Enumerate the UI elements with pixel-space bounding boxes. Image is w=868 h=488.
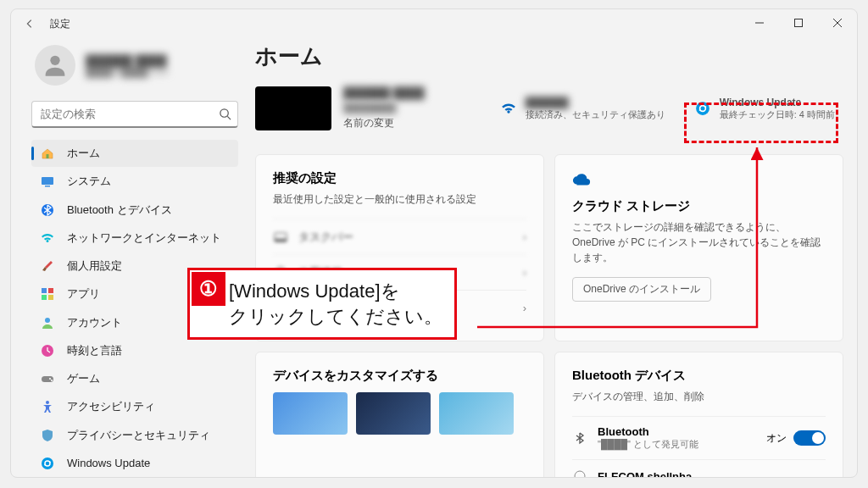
recommended-header: 推奨の設定 — [273, 170, 526, 186]
minimize-button[interactable] — [740, 9, 779, 36]
sidebar-item-privacy[interactable]: プライバシーとセキュリティ — [31, 422, 238, 449]
sidebar-item-accessibility[interactable]: アクセシビリティ — [31, 393, 238, 420]
apps-icon — [40, 286, 55, 302]
device-icon — [572, 469, 587, 477]
theme-thumb[interactable] — [356, 392, 431, 435]
sidebar-item-home[interactable]: ホーム — [31, 140, 238, 167]
device-name: ██████ ████ — [343, 86, 425, 99]
windows-update-tile[interactable]: Windows Update 最終チェック日時: 4 時間前 — [686, 86, 843, 130]
sidebar-item-label: ゲーム — [67, 371, 100, 386]
profile-email: ████@████.com — [86, 67, 168, 77]
search-box — [31, 101, 238, 128]
toggle-switch[interactable] — [793, 430, 826, 446]
sidebar-item-system[interactable]: システム — [31, 168, 238, 195]
rename-link[interactable]: 名前の変更 — [343, 116, 425, 130]
svg-point-11 — [45, 318, 50, 323]
sidebar-item-label: 個人用設定 — [67, 258, 122, 274]
svg-point-15 — [51, 380, 53, 381]
update-icon — [40, 456, 55, 471]
sidebar-item-label: Windows Update — [67, 457, 150, 469]
maximize-button[interactable] — [779, 9, 818, 36]
sidebar-item-label: アクセシビリティ — [67, 399, 155, 414]
svg-rect-7 — [42, 288, 47, 293]
page-title: ホーム — [255, 42, 843, 71]
profile-name: ██████ ████ — [86, 54, 168, 67]
bluetooth-header: Bluetooth デバイス — [572, 368, 826, 384]
setting-row-taskbar[interactable]: タスクバー › — [273, 219, 526, 254]
maximize-icon — [794, 19, 803, 27]
sidebar-item-bluetooth[interactable]: Bluetooth とデバイス — [31, 197, 238, 224]
sidebar-item-label: アプリ — [67, 286, 100, 302]
header-row: ██████ ████ ████████ 名前の変更 ██████ 接続済み、セ… — [255, 86, 843, 130]
sidebar-item-network[interactable]: ネットワークとインターネット — [31, 225, 238, 252]
sidebar-item-label: プライバシーとセキュリティ — [67, 428, 210, 443]
svg-rect-4 — [42, 177, 53, 185]
svg-rect-9 — [42, 295, 47, 300]
chevron-right-icon: › — [523, 230, 526, 243]
sidebar-item-label: 時刻と言語 — [67, 343, 122, 358]
profile-section[interactable]: ██████ ████ ████@████.com — [31, 38, 238, 101]
theme-thumb[interactable] — [439, 392, 514, 435]
cloud-desc: ここでストレージの詳細を確認できるように、OneDrive が PC にインスト… — [572, 219, 826, 265]
home-icon — [40, 146, 55, 161]
svg-rect-10 — [48, 295, 53, 300]
bt-device-name: Bluetooth — [598, 425, 698, 438]
search-input[interactable] — [31, 101, 238, 128]
close-button[interactable] — [818, 9, 857, 36]
account-icon — [40, 315, 55, 330]
wifi-icon — [500, 100, 517, 117]
recommended-desc: 最近使用した設定と一般的に使用される設定 — [273, 191, 526, 207]
toggle-label: オン — [766, 431, 787, 446]
install-onedrive-button[interactable]: OneDrive のインストール — [572, 277, 711, 302]
bluetooth-card: Bluetooth デバイス デバイスの管理、追加、削除 Bluetooth "… — [554, 352, 843, 477]
customize-header: デバイスをカスタマイズする — [273, 368, 526, 384]
shield-icon — [40, 428, 55, 443]
device-card[interactable]: ██████ ████ ████████ 名前の変更 — [255, 86, 425, 130]
chevron-right-icon: › — [523, 302, 526, 314]
bluetooth-toggle: オン — [766, 430, 826, 446]
wifi-sub: 接続済み、セキュリティ保護あり — [526, 108, 665, 121]
person-icon — [41, 51, 70, 80]
cloud-storage-card: クラウド ストレージ ここでストレージの詳細を確認できるように、OneDrive… — [554, 154, 843, 341]
device-thumbnail — [255, 86, 331, 130]
sidebar-item-label: システム — [67, 174, 111, 189]
bt-device2-name: FLECOM shellnha — [598, 470, 692, 478]
window-title: 設定 — [50, 17, 70, 31]
bluetooth-device-row[interactable]: FLECOM shellnha — [572, 459, 826, 477]
main-content: ホーム ██████ ████ ████████ 名前の変更 ██████ 接続… — [248, 38, 857, 477]
svg-rect-3 — [47, 154, 49, 158]
sidebar-item-time[interactable]: 時刻と言語 — [31, 337, 238, 364]
svg-rect-20 — [275, 239, 287, 241]
bluetooth-icon — [572, 430, 587, 446]
svg-point-16 — [46, 401, 49, 404]
sidebar-item-label: ネットワークとインターネット — [67, 230, 221, 246]
setting-label: タスクバー — [298, 230, 353, 245]
avatar — [35, 45, 75, 86]
settings-window: 設定 ██████ ████ ████@████.com — [10, 8, 858, 478]
accessibility-icon — [40, 399, 55, 414]
svg-point-14 — [49, 378, 51, 380]
sidebar-item-label: ホーム — [67, 146, 100, 161]
taskbar-icon — [273, 230, 288, 245]
arrow-left-icon — [24, 18, 36, 30]
cloud-icon — [572, 174, 591, 192]
callout-text: [Windows Update]を クリックしてください。 — [229, 279, 442, 329]
wifi-status[interactable]: ██████ 接続済み、セキュリティ保護あり — [500, 86, 665, 130]
svg-point-17 — [42, 458, 53, 469]
theme-thumbnails — [273, 392, 526, 435]
wifi-icon — [40, 230, 55, 246]
svg-point-2 — [220, 109, 228, 117]
search-icon — [219, 108, 231, 124]
theme-thumb[interactable] — [273, 392, 348, 435]
svg-rect-0 — [795, 19, 803, 27]
sidebar-item-windows-update[interactable]: Windows Update — [31, 450, 238, 477]
titlebar: 設定 — [11, 9, 857, 38]
customize-card: デバイスをカスタマイズする — [255, 352, 544, 477]
sidebar-item-label: アカウント — [67, 315, 122, 330]
clock-icon — [40, 343, 55, 358]
back-button[interactable] — [18, 12, 42, 36]
sidebar-item-gaming[interactable]: ゲーム — [31, 365, 238, 392]
window-controls — [740, 9, 857, 36]
callout-number: ① — [192, 272, 225, 306]
update-title: Windows Update — [720, 97, 835, 108]
